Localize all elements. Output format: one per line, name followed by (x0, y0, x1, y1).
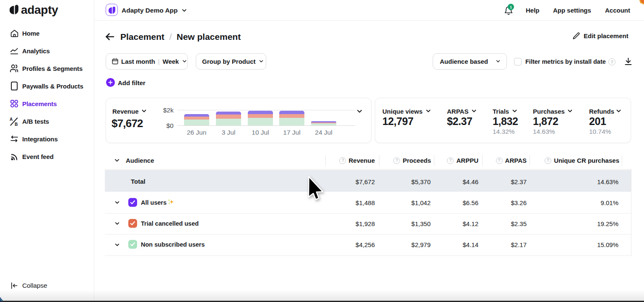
svg-text:A: A (10, 117, 13, 121)
svg-text:B: B (15, 122, 18, 126)
